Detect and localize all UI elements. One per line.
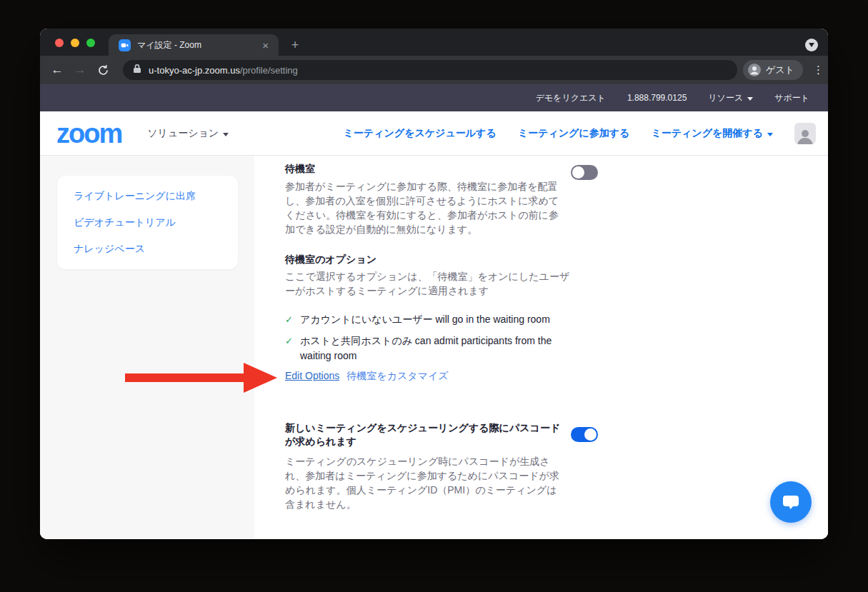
person-icon [747, 63, 762, 77]
tab-strip: マイ設定 - Zoom × + [40, 29, 828, 56]
chat-bubble-icon [782, 493, 800, 511]
browser-toolbar: ← → u-tokyo-ac-jp.zoom.us/profile/settin… [40, 56, 828, 84]
download-indicator-icon[interactable] [805, 39, 818, 51]
lock-icon [133, 64, 141, 76]
host-meeting-dropdown[interactable]: ミーティングを開催する [651, 127, 773, 140]
browser-menu-icon[interactable]: ⋮ [813, 64, 824, 76]
schedule-meeting-link[interactable]: ミーティングをスケジュールする [343, 127, 496, 140]
sidebar-link-video-tutorials[interactable]: ビデオチュートリアル [57, 209, 238, 236]
browser-tab[interactable]: マイ設定 - Zoom × [109, 34, 279, 56]
page-content: ライブトレーニングに出席 ビデオチュートリアル ナレッジベース 待機室 参加者が… [40, 156, 828, 539]
url-host: u-tokyo-ac-jp.zoom.us [149, 65, 240, 76]
waiting-room-description: 参加者がミーティングに参加する際、待機室に参加者を配置 し、参加者の入室を個別に… [285, 179, 559, 236]
phone-number-link[interactable]: 1.888.799.0125 [627, 93, 687, 103]
sidebar-link-knowledge-base[interactable]: ナレッジベース [57, 236, 238, 262]
sidebar-card: ライブトレーニングに出席 ビデオチュートリアル ナレッジベース [57, 176, 238, 269]
close-window-button[interactable] [55, 39, 64, 47]
address-bar[interactable]: u-tokyo-ac-jp.zoom.us/profile/setting [123, 60, 737, 80]
waiting-room-toggle[interactable] [571, 165, 598, 180]
join-meeting-link[interactable]: ミーティングに参加する [518, 127, 630, 140]
site-header: zoom ソリューション ミーティングをスケジュールする ミーティングに参加する… [40, 111, 828, 156]
chevron-down-icon [767, 133, 773, 136]
solutions-dropdown[interactable]: ソリューション [147, 127, 229, 140]
new-tab-button[interactable]: + [286, 36, 304, 54]
url-path: /profile/setting [240, 65, 298, 76]
chevron-down-icon [223, 133, 229, 136]
forward-icon[interactable]: → [70, 63, 90, 77]
waiting-room-options-title: 待機室のオプション [285, 254, 376, 266]
header-nav: ミーティングをスケジュールする ミーティングに参加する ミーティングを開催する [343, 123, 816, 144]
resources-dropdown[interactable]: リソース [708, 92, 753, 104]
option-check-item: ✓ アカウントにいないユーザー will go in the waiting r… [285, 312, 550, 327]
option-check-item: ✓ ホストと共同ホストのみ can admit participants fro… [285, 333, 552, 363]
chat-widget-button[interactable] [770, 481, 812, 523]
zoom-logo[interactable]: zoom [56, 120, 121, 147]
sidebar-link-live-training[interactable]: ライブトレーニングに出席 [57, 183, 238, 209]
passcode-title: 新しいミーティングをスケジューリングする際にパスコード が求められます [285, 421, 560, 448]
passcode-toggle[interactable] [571, 427, 598, 442]
waiting-room-title: 待機室 [285, 163, 315, 176]
customize-waiting-room-link[interactable]: 待機室をカスタマイズ [346, 370, 448, 383]
zoom-window-button[interactable] [86, 39, 95, 47]
person-icon [796, 127, 814, 144]
tab-close-icon[interactable]: × [259, 39, 271, 52]
browser-profile-button[interactable]: ゲスト [743, 60, 803, 80]
settings-main: 待機室 参加者がミーティングに参加する際、待機室に参加者を配置 し、参加者の入室… [254, 156, 828, 539]
reload-icon[interactable] [93, 64, 113, 76]
site-topbar: デモをリクエスト 1.888.799.0125 リソース サポート [40, 84, 828, 111]
edit-options-link[interactable]: Edit Options [285, 370, 339, 383]
check-icon: ✓ [285, 312, 300, 327]
guest-label: ゲスト [766, 64, 794, 76]
passcode-description: ミーティングのスケジューリング時にパスコードが生成さ れ、参加者はミーティングに… [285, 454, 559, 511]
tab-title: マイ設定 - Zoom [137, 39, 259, 51]
traffic-lights [55, 39, 95, 47]
user-avatar[interactable] [794, 123, 816, 144]
back-icon[interactable]: ← [47, 63, 67, 77]
options-links-row: Edit Options 待機室をカスタマイズ [285, 370, 449, 383]
annotation-arrow [125, 373, 245, 382]
minimize-window-button[interactable] [71, 39, 79, 47]
check-icon: ✓ [285, 333, 300, 363]
waiting-room-options-description: ここで選択するオプションは、「待機室」をオンにしたユーザ ーがホストするミーティ… [285, 269, 569, 298]
browser-window: マイ設定 - Zoom × + ← → u-tokyo-ac-jp.zoom.u… [40, 29, 828, 539]
support-link[interactable]: サポート [774, 92, 809, 104]
request-demo-link[interactable]: デモをリクエスト [536, 92, 606, 104]
chevron-down-icon [747, 97, 753, 101]
sidebar: ライブトレーニングに出席 ビデオチュートリアル ナレッジベース [40, 156, 254, 539]
annotation-arrow-head [244, 363, 277, 393]
zoom-favicon-icon [119, 39, 131, 51]
